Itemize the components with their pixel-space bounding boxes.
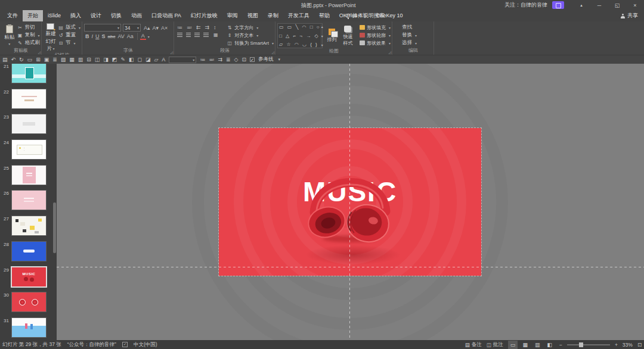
guides-checkbox[interactable]: ✓ bbox=[250, 57, 255, 62]
view-button[interactable]: ▭ bbox=[508, 341, 518, 349]
dialog-launcher-icon[interactable]: ◿ bbox=[38, 50, 41, 54]
start-slideshow-icon[interactable]: ▭ bbox=[27, 55, 33, 64]
font-button[interactable]: AV bbox=[116, 33, 125, 39]
indent-icon[interactable]: ⇉ bbox=[218, 55, 222, 64]
slides-button[interactable]: ⊟ 节▾ bbox=[58, 39, 80, 46]
shape-gallery[interactable]: ▭ ▭ ╲ ◠ □ ○□ △ ⌐ ¬ → ◇▱ ☆ ◠ ◡ { } ▴▾▾ bbox=[277, 23, 323, 48]
clipboard-button[interactable]: ✂ 剪切▾ bbox=[17, 24, 41, 31]
view-button[interactable]: ▥ bbox=[532, 341, 543, 349]
align-left-icon[interactable] bbox=[177, 33, 182, 38]
font-button[interactable]: B bbox=[84, 33, 91, 39]
slide-thumbnail[interactable]: 27 bbox=[0, 216, 52, 236]
insert-shape-icon[interactable]: ▧ bbox=[61, 55, 66, 64]
zoom-level[interactable]: 33% bbox=[623, 342, 633, 348]
align-center-icon[interactable] bbox=[186, 33, 191, 38]
current-slide[interactable]: MUSIC bbox=[219, 128, 481, 276]
comments-button[interactable]: ◫ 批注 bbox=[487, 341, 503, 348]
shape-format-button[interactable]: 形状效果▾ bbox=[360, 39, 391, 46]
font-button[interactable]: A× bbox=[160, 25, 169, 31]
qat-combobox[interactable]: ▾ bbox=[169, 57, 196, 63]
font-size-combobox[interactable]: 34▾ bbox=[123, 24, 141, 32]
font-button[interactable]: A▾ bbox=[151, 25, 160, 31]
slide-thumbnail[interactable]: 28 bbox=[0, 242, 52, 261]
paragraph-button[interactable]: ≔ bbox=[176, 24, 184, 30]
format-painter-icon[interactable]: ◪ bbox=[145, 55, 151, 64]
list-level-icon[interactable]: ≣ bbox=[226, 55, 231, 64]
horizontal-guide[interactable] bbox=[57, 267, 644, 267]
view-button[interactable]: ◧ bbox=[544, 341, 555, 349]
undo-icon[interactable]: ↶ bbox=[11, 55, 16, 64]
avatar[interactable] bbox=[552, 1, 564, 9]
ribbon-tab[interactable]: 录制 bbox=[263, 10, 283, 21]
zoom-slider[interactable] bbox=[567, 344, 610, 345]
notes-button[interactable]: ▤ 备注 bbox=[465, 341, 482, 348]
fit-to-window-icon[interactable]: ⊡ bbox=[637, 342, 642, 348]
insert-picture-icon[interactable]: ▣ bbox=[44, 55, 49, 64]
new-slide-button[interactable]: 新建 幻灯片 ▾ bbox=[44, 23, 58, 52]
font-color-icon[interactable]: A bbox=[162, 55, 165, 64]
clipboard-button[interactable]: ✎ 格式刷▾ bbox=[17, 39, 41, 46]
table-icon[interactable]: ▦ bbox=[69, 55, 75, 64]
shape-outline-icon[interactable]: ▱ bbox=[154, 55, 158, 64]
scroll-arrow-icon[interactable]: ▾ bbox=[321, 34, 323, 38]
redo-icon[interactable]: ↻ bbox=[19, 55, 24, 64]
slide-thumbnail[interactable]: 21 bbox=[0, 64, 52, 83]
ribbon-tab[interactable]: 文件 bbox=[2, 10, 23, 21]
paragraph-side-button[interactable]: ◫ 转换为 SmartArt▾ bbox=[227, 39, 274, 46]
save-icon[interactable]: ▤ bbox=[2, 55, 8, 64]
slide-thumbnail[interactable]: 29 MUSIC bbox=[0, 267, 52, 287]
highlighter-icon[interactable]: ◧ bbox=[129, 55, 134, 64]
zoom-slider-thumb[interactable] bbox=[579, 342, 583, 347]
animation-icon[interactable]: ◇ bbox=[234, 55, 238, 64]
pen-icon[interactable]: ✎ bbox=[120, 55, 125, 64]
numbering-icon[interactable]: ≕ bbox=[209, 55, 214, 64]
slide-thumbnail[interactable]: 22 bbox=[0, 89, 52, 109]
font-button[interactable]: S bbox=[101, 33, 107, 39]
slides-button[interactable]: ▤ 版式▾ bbox=[58, 24, 80, 31]
scroll-arrow-icon[interactable]: ▾ bbox=[321, 43, 323, 47]
slide-thumbnail[interactable]: 30 bbox=[0, 292, 52, 312]
font-button[interactable]: U bbox=[94, 33, 101, 39]
dialog-launcher-icon[interactable]: ◿ bbox=[271, 50, 274, 54]
editing-button[interactable]: 查找▾ bbox=[394, 24, 417, 31]
shape-format-button[interactable]: 形状轮廓▾ bbox=[360, 32, 391, 39]
crop-icon[interactable]: ◩ bbox=[112, 55, 117, 64]
restore-button[interactable]: ◱ bbox=[608, 0, 626, 10]
dialog-launcher-icon[interactable]: ◿ bbox=[170, 50, 173, 54]
align-right-icon[interactable] bbox=[194, 33, 200, 38]
arrange-button[interactable]: 排列 bbox=[325, 23, 339, 48]
ribbon-tab[interactable]: 审阅 bbox=[222, 10, 243, 21]
slide-thumbnail[interactable]: 31 bbox=[0, 318, 52, 338]
font-button[interactable]: A▴ bbox=[143, 25, 151, 31]
tell-me-search[interactable]: 操作说明搜索 bbox=[346, 10, 385, 21]
paragraph-side-button[interactable]: ⇅ 文字方向▾ bbox=[227, 24, 274, 31]
proofing-icon[interactable]: ✓ bbox=[122, 342, 128, 347]
font-button[interactable]: Aa bbox=[126, 33, 135, 39]
ribbon-tab[interactable]: 幻灯片放映 bbox=[186, 10, 222, 21]
slide-canvas[interactable]: MUSIC bbox=[57, 64, 644, 340]
ribbon-tab[interactable]: 开始 bbox=[23, 10, 43, 21]
share-button[interactable]: 共享 bbox=[621, 10, 638, 21]
justify-icon[interactable] bbox=[203, 33, 209, 38]
shape-format-button[interactable]: 形状填充▾ bbox=[360, 24, 391, 31]
ribbon-tab[interactable]: 视图 bbox=[243, 10, 263, 21]
minimize-button[interactable]: ─ bbox=[590, 0, 608, 10]
view-button[interactable]: ▦ bbox=[520, 341, 530, 349]
chart-icon[interactable]: ▥ bbox=[78, 55, 83, 64]
paragraph-button[interactable]: ↕ bbox=[212, 24, 218, 30]
slide-thumbnail[interactable]: 24 bbox=[0, 140, 52, 160]
close-button[interactable]: × bbox=[626, 0, 644, 10]
eraser-icon[interactable]: ◻ bbox=[137, 55, 141, 64]
bullets-icon[interactable]: ≔ bbox=[200, 55, 205, 64]
zoom-in-button[interactable]: + bbox=[615, 342, 618, 348]
panel-scrollbar[interactable] bbox=[52, 64, 57, 340]
ribbon-tab[interactable]: 动画 bbox=[126, 10, 147, 21]
slides-button[interactable]: ↺ 重置▾ bbox=[58, 32, 80, 39]
language-indicator[interactable]: 中文(中国) bbox=[134, 341, 157, 348]
font-name-combobox[interactable]: ▾ bbox=[84, 24, 121, 32]
headphones-image[interactable] bbox=[300, 155, 400, 246]
rotate-icon[interactable]: ◨ bbox=[103, 55, 109, 64]
font-color-button[interactable]: A bbox=[140, 33, 146, 40]
ribbon-tab[interactable]: 设计 bbox=[86, 10, 106, 21]
clipboard-button[interactable]: ▣ 复制▾ bbox=[17, 32, 41, 39]
